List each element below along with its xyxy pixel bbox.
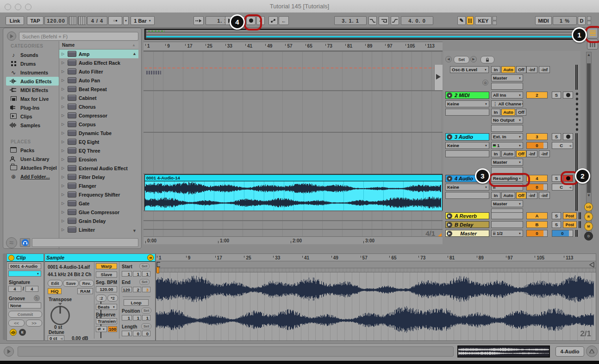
sidebar-item-audio-effects[interactable]: Audio Effects (6, 77, 59, 86)
re-enable-automation-button[interactable] (268, 16, 278, 25)
follow-switch-button[interactable] (467, 16, 474, 25)
scroll-down-icon[interactable]: ▼ (587, 193, 591, 197)
position-sixteenths[interactable]: 1 (142, 315, 150, 321)
loop-switch-button[interactable] (379, 16, 389, 25)
arrangement-overview[interactable] (144, 29, 580, 40)
monitor-in-button[interactable]: In (491, 150, 500, 157)
track3-device-slot[interactable] (445, 150, 489, 157)
track2-output-chooser[interactable]: No Output▼ (491, 117, 523, 123)
monitor-in-button[interactable]: In (491, 109, 500, 116)
device-item-eq-three[interactable]: ▷EQ Three (59, 146, 138, 155)
arrangement-lanes[interactable]: 0001 4-Audio-14 4/1 (144, 51, 443, 236)
device-item-auto-pan[interactable]: ▷Auto Pan (59, 76, 138, 85)
show-delay-button[interactable]: D (584, 232, 593, 241)
track3-input-chooser[interactable]: Ext. In▼ (491, 133, 523, 140)
device-item-limiter[interactable]: ▷Limiter (59, 225, 138, 234)
clip-color-chooser[interactable]: ▼ (8, 271, 41, 277)
sidebar-item-aktuelles-projel[interactable]: Aktuelles Projel (6, 163, 59, 172)
expand-triangle-icon[interactable]: ▷ (62, 175, 65, 179)
length-set-button[interactable]: Set (141, 323, 151, 329)
beat-time-ruler[interactable]: 191725334149576573818997105113 (144, 42, 443, 51)
device-item-erosion[interactable]: ▷Erosion (59, 155, 138, 164)
device-item-grain-delay[interactable]: ▷Grain Delay (59, 216, 138, 225)
expand-triangle-icon[interactable]: ▷ (62, 96, 65, 100)
track2-device-slot[interactable] (445, 109, 489, 116)
master-cue-out-chooser[interactable]: ii 1/2▼ (491, 230, 523, 237)
groove-hotswap-icon[interactable]: ↻ (34, 295, 40, 301)
device-item-audio-effect-rack[interactable]: ▷Audio Effect Rack (59, 58, 138, 67)
fold-track-icon[interactable]: ▼ (447, 134, 452, 140)
expand-triangle-icon[interactable]: ▷ (62, 78, 65, 82)
expand-triangle-icon[interactable]: ▷ (62, 122, 65, 126)
sidebar-item-sounds[interactable]: ♪Sounds (6, 50, 59, 59)
track4-pan-knob[interactable]: 0 (526, 184, 548, 191)
return-a-chooser[interactable] (491, 212, 523, 219)
track2-arm-button[interactable] (563, 92, 573, 99)
master-title[interactable]: ▶ Master (445, 230, 489, 237)
return-a-post-button[interactable]: Post (563, 212, 577, 219)
length-bars[interactable]: 1 (122, 331, 132, 336)
track3-device-chooser[interactable]: Keine▼ (445, 142, 489, 149)
expand-triangle-icon[interactable]: ▷ (62, 184, 65, 188)
track4-solo-button[interactable]: S (552, 175, 561, 182)
monitor-auto-button[interactable]: Auto (501, 66, 515, 73)
punch-out-button[interactable] (391, 16, 399, 25)
envelope-tab-icon[interactable]: E (19, 329, 26, 336)
start-bars[interactable]: 1 (122, 271, 132, 277)
monitor-off-button[interactable]: Off (516, 150, 526, 157)
granulation-field[interactable]: 100 (108, 326, 117, 332)
next-clip-button[interactable]: >> (26, 320, 42, 327)
scroll-up-icon[interactable]: ▲ (132, 51, 137, 56)
show-mixer-button[interactable]: M (584, 222, 593, 231)
hiq-button[interactable]: HiQ (48, 288, 62, 294)
nudge-up-button[interactable] (78, 16, 86, 25)
return-a-activator[interactable]: A (526, 212, 548, 219)
start-marker[interactable] (156, 267, 159, 273)
edit-button[interactable]: Edit (48, 280, 62, 287)
set-locator-button[interactable]: Set (454, 56, 469, 63)
expand-triangle-icon[interactable]: ▷ (62, 166, 65, 170)
ram-button[interactable]: RAM (77, 288, 93, 294)
device-item-auto-filter[interactable]: ▷Auto Filter (59, 67, 138, 76)
loop-button[interactable]: Loop (124, 299, 149, 306)
preview-headphone-button[interactable] (20, 238, 30, 247)
prev-clip-button[interactable]: << (8, 320, 25, 327)
expand-triangle-icon[interactable]: ▷ (62, 219, 65, 223)
punch-in-button[interactable] (368, 16, 377, 25)
sidebar-item-clips[interactable]: Clips (6, 112, 59, 121)
tiny-automation-clip[interactable] (146, 71, 161, 74)
track2-title[interactable]: ▼ 2 MIDI (445, 92, 489, 99)
current-track-button[interactable]: 4-Audio (555, 346, 584, 357)
metronome-button[interactable]: ○● (108, 16, 122, 25)
monitor-auto-button[interactable]: Auto (501, 150, 515, 157)
end-marker-icon[interactable] (589, 262, 594, 267)
device-item-amp[interactable]: ▷Amp (59, 49, 138, 58)
commit-button[interactable]: Commit (8, 311, 42, 318)
half-tempo-button[interactable]: :2 (96, 295, 106, 302)
return-a-solo-button[interactable]: S (552, 212, 561, 219)
fold-track-icon[interactable]: ▶ (447, 231, 452, 236)
loop-start-field[interactable]: 3. 1. 1 (334, 16, 367, 25)
device-item-glue-compressor[interactable]: ▷Glue Compressor (59, 208, 138, 216)
sidebar-item-packs[interactable]: Packs (6, 146, 59, 154)
expand-triangle-icon[interactable]: ▷ (62, 228, 65, 232)
follow-button[interactable] (193, 16, 204, 25)
prev-locator-button[interactable]: ◀ (445, 56, 452, 62)
track1-output-chooser[interactable]: Master▼ (491, 74, 523, 81)
sort-ascending-icon[interactable]: ▲ (132, 43, 136, 47)
track2-activator[interactable]: 2 (526, 92, 548, 99)
sidebar-item-samples[interactable]: Samples (6, 121, 59, 130)
end-sixteenths[interactable]: 3 (142, 287, 150, 292)
return-b-activator[interactable]: B (526, 221, 548, 228)
save-button[interactable]: Save (63, 280, 79, 287)
expand-triangle-icon[interactable]: ▷ (62, 61, 65, 65)
show-hide-detail-icon[interactable] (586, 345, 598, 357)
track1-add-automation-icon[interactable]: ⊕ (482, 80, 488, 86)
device-item-beat-repeat[interactable]: ▷Beat Repeat (59, 85, 138, 93)
master-cue-volume[interactable]: 0 (552, 230, 573, 237)
master-volume[interactable]: 0 (526, 230, 548, 237)
track4-output-chooser[interactable]: Master▼ (491, 200, 523, 207)
key-map-button[interactable]: KEY (475, 16, 492, 25)
monitor-in-button[interactable]: In (491, 66, 500, 73)
monitor-off-button[interactable]: Off (516, 192, 526, 199)
